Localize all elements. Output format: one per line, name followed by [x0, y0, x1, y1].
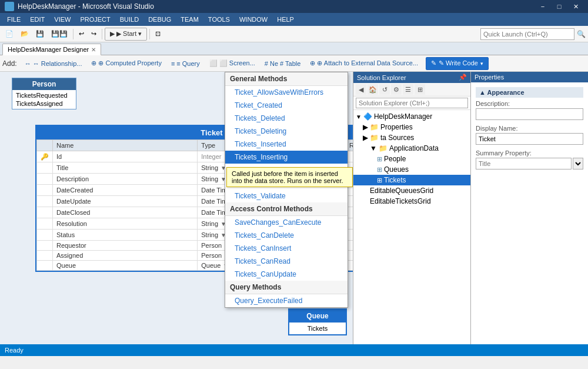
menu-debug[interactable]: DEBUG [143, 13, 176, 26]
tree-label-editable-queues: EditableQueuesGrid [370, 187, 433, 195]
open-button[interactable]: 📂 [18, 28, 32, 41]
solution-explorer-header: Solution Explorer 📌 [353, 72, 470, 83]
maximize-button[interactable]: □ [552, 1, 567, 12]
start-button[interactable]: ▶ ▶ Start ▾ [105, 28, 147, 41]
tree-label-helpdesk: HelpDeskManager [374, 112, 432, 121]
tree-tickets[interactable]: ⊞ Tickets [353, 175, 470, 185]
menu-tools[interactable]: TOOLS [203, 13, 235, 26]
description-label: Description: [476, 100, 583, 107]
tab-label: HelpDeskManager Designer [8, 46, 89, 53]
access-control-header: Access Control Methods [225, 202, 348, 216]
tree-people[interactable]: ⊞ People [353, 154, 470, 164]
menu-tickets-inserted[interactable]: Tickets_Inserted [225, 138, 348, 151]
display-name-row: Display Name: [476, 125, 583, 145]
designer-tab[interactable]: HelpDeskManager Designer ✕ [2, 44, 101, 55]
menu-file[interactable]: FILE [2, 13, 25, 26]
menu-tickets-validate[interactable]: Tickets_Validate [225, 190, 348, 202]
tree-appdata-expand: ▼ [370, 144, 377, 152]
sol-extra-btn[interactable]: ⊞ [415, 84, 425, 95]
solution-explorer-search-input[interactable] [356, 98, 468, 108]
sol-settings-btn[interactable]: ⚙ [391, 84, 402, 95]
query-button[interactable]: ≡ ≡ Query [167, 57, 204, 70]
menu-tickets-candelete[interactable]: Tickets_CanDelete [225, 229, 348, 242]
summary-property-select-row: Title [476, 158, 583, 169]
menu-help[interactable]: HELP [272, 13, 299, 26]
save-all-button[interactable]: 💾💾 [48, 28, 71, 41]
tree-editable-queues[interactable]: EditableQueuesGrid [353, 185, 470, 196]
properties-content: ▲ Appearance Description: Display Name: … [471, 82, 588, 179]
row-name-cell: Assigned [53, 251, 198, 261]
description-input[interactable] [476, 108, 583, 120]
sol-list-btn[interactable]: ☰ [403, 84, 413, 95]
tree-properties[interactable]: ▶ 📁 Properties [353, 122, 470, 132]
close-button[interactable]: ✕ [568, 1, 583, 12]
menu-tickets-caninsert[interactable]: Tickets_CanInsert [225, 242, 348, 255]
screen-button[interactable]: ⬜ ⬜ Screen... [205, 57, 259, 70]
tab-close-button[interactable]: ✕ [91, 46, 96, 53]
summary-property-input[interactable] [476, 158, 572, 169]
menu-window[interactable]: WINDOW [235, 13, 272, 26]
menu-savechanges-canexecute[interactable]: SaveChanges_CanExecute [225, 216, 348, 229]
menu-project[interactable]: PROJECT [75, 13, 115, 26]
person-field-2: TicketsAssigned [16, 99, 72, 108]
sol-refresh-btn[interactable]: ↺ [379, 84, 390, 95]
solution-explorer-search-area [353, 97, 470, 110]
tab-bar: HelpDeskManager Designer ✕ [0, 42, 588, 55]
designer-canvas[interactable]: Person TicketsRequested TicketsAssigned … [0, 72, 353, 344]
row-name-cell: Resolution [53, 218, 198, 230]
computed-property-button[interactable]: ⊕ ⊕ Computed Property [87, 57, 165, 70]
sol-home-btn[interactable]: 🏠 [368, 84, 378, 95]
menu-edit[interactable]: EDIT [25, 13, 49, 26]
menu-query-executefailed[interactable]: Query_ExecuteFailed [225, 294, 348, 307]
sol-back-btn[interactable]: ◀ [356, 84, 366, 95]
new-table-button[interactable]: # Ne # Table [260, 57, 305, 70]
attach-datasource-button[interactable]: ⊕ ⊕ Attach to External Data Source... [306, 57, 422, 70]
menu-team[interactable]: TEAM [176, 13, 203, 26]
row-name-cell: Title [53, 162, 198, 174]
quick-launch-input[interactable] [480, 28, 574, 40]
menu-build[interactable]: BUILD [115, 13, 143, 26]
menu-tickets-canupdate[interactable]: Tickets_CanUpdate [225, 268, 348, 281]
undo-button[interactable]: ↩ [76, 28, 87, 41]
menu-tickets-deleted[interactable]: Tickets_Deleted [225, 112, 348, 125]
queue-entity: Queue Tickets [288, 308, 347, 335]
minimize-button[interactable]: − [535, 1, 550, 12]
row-icon-cell [37, 241, 53, 251]
separator-3 [149, 29, 150, 39]
display-name-input[interactable] [476, 133, 583, 145]
tree-label-properties: Properties [380, 123, 413, 131]
tree-editable-tickets[interactable]: EditableTicketsGrid [353, 196, 470, 207]
redo-button[interactable]: ↪ [88, 28, 99, 41]
new-project-button[interactable]: 📄 [2, 28, 16, 41]
write-code-label: ✎ Write Code [439, 59, 478, 67]
sol-pin-icon[interactable]: 📌 [459, 74, 467, 81]
relationship-button[interactable]: ↔ ↔ Relationship... [21, 57, 86, 70]
summary-property-select[interactable]: Title [573, 158, 583, 169]
quick-launch-area: 🔍 [480, 28, 586, 40]
menu-ticket-created[interactable]: Ticket_Created [225, 99, 348, 112]
col-name: Name [53, 140, 198, 151]
tree-label-tickets: Tickets [384, 176, 406, 184]
menu-tickets-inserting[interactable]: Tickets_Inserting [225, 151, 348, 164]
tree-appdata[interactable]: ▼ 📁 ApplicationData [353, 143, 470, 154]
sol-header-controls: 📌 [459, 74, 467, 81]
queue-entity-body: Tickets [289, 323, 346, 334]
menu-tickets-deleting[interactable]: Tickets_Deleting [225, 125, 348, 138]
tree-datasources-expand: ▶ [363, 134, 368, 142]
menu-ticket-allowsave[interactable]: Ticket_AllowSaveWithErrors [225, 86, 348, 99]
query-methods-header: Query Methods [225, 281, 348, 294]
toolbar-extra-btn[interactable]: ⊡ [152, 28, 163, 41]
write-code-button[interactable]: ✎ ✎ Write Code ▾ [426, 57, 489, 70]
tree-datasources[interactable]: ▶ 📁 ta Sources [353, 132, 470, 143]
menu-tickets-canread[interactable]: Tickets_CanRead [225, 255, 348, 268]
tree-helpdesk-manager[interactable]: ▼ 🔷 HelpDeskManager [353, 111, 470, 122]
screen-label: ⬜ Screen... [219, 59, 255, 67]
save-button[interactable]: 💾 [33, 28, 47, 41]
queue-entity-header: Queue [289, 310, 346, 323]
properties-panel: Properties ▲ Appearance Description: Dis… [470, 72, 588, 344]
menu-view[interactable]: VIEW [49, 13, 75, 26]
tree-queues[interactable]: ⊞ Queues [353, 164, 470, 175]
row-icon-cell [37, 261, 53, 271]
row-icon-cell [37, 174, 53, 185]
description-row: Description: [476, 100, 583, 120]
